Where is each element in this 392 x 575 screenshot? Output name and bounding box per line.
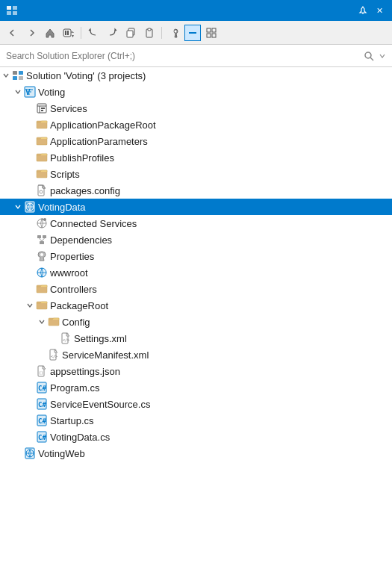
- tree-item-appsettings[interactable]: {} appsettings.json: [0, 363, 392, 379]
- globe-icon-wwwroot: [36, 267, 48, 279]
- folder-icon-config: [48, 316, 60, 328]
- search-input[interactable]: [6, 51, 359, 61]
- svg-text:C#: C#: [38, 401, 46, 408]
- redo-button[interactable]: [104, 25, 120, 41]
- properties-button[interactable]: [166, 25, 182, 41]
- tree-item-apppkgroot[interactable]: ApplicationPackageRoot: [0, 116, 392, 133]
- home-button[interactable]: [42, 25, 58, 41]
- dash-icon: [187, 28, 198, 38]
- svg-text:C#: C#: [38, 385, 46, 392]
- svg-line-56: [40, 238, 43, 241]
- expand-btn-solution[interactable]: [0, 69, 12, 81]
- tree-item-config[interactable]: Config: [0, 314, 392, 330]
- cs-icon-serviceevent: C#: [36, 398, 48, 410]
- tree-item-label-serviceevent: ServiceEventSource.cs: [50, 399, 150, 410]
- tree-item-voting[interactable]: V Voting: [0, 84, 392, 100]
- tree-item-pkgconfig[interactable]: packages.config: [0, 182, 392, 199]
- cs-icon-votingdatacs: C#: [36, 431, 48, 443]
- tree-item-properties[interactable]: Properties: [0, 248, 392, 264]
- tree-item-services[interactable]: Services: [0, 100, 392, 116]
- tree-item-servicemanifest[interactable]: </> ServiceManifest.xml: [0, 346, 392, 363]
- services-icon-services: [36, 102, 48, 114]
- tree-item-wwwroot[interactable]: wwwroot: [0, 264, 392, 281]
- tree-item-label-scripts: Scripts: [50, 169, 80, 180]
- svg-text:C#: C#: [38, 417, 46, 425]
- diagram-icon: [206, 28, 217, 38]
- svg-rect-9: [127, 31, 133, 37]
- tree-item-votingweb[interactable]: VotingWeb: [0, 445, 392, 461]
- solution-explorer-window: ✕ ▼: [0, 0, 392, 575]
- tree-item-label-votingweb: VotingWeb: [38, 448, 85, 459]
- solution-icon-solution: [12, 69, 24, 81]
- cs-icon-program: C#: [36, 382, 48, 394]
- tree-item-serviceevent[interactable]: C# ServiceEventSource.cs: [0, 396, 392, 412]
- tree-container: Solution 'Voting' (3 projects) V Voting …: [0, 67, 392, 575]
- title-bar-left: [6, 4, 22, 16]
- tree-item-label-controllers: Controllers: [50, 284, 97, 295]
- close-button[interactable]: ✕: [373, 4, 386, 17]
- pin-button[interactable]: [356, 4, 370, 17]
- expand-btn-packageroot[interactable]: [24, 299, 36, 311]
- svg-text:▼: ▼: [71, 34, 75, 38]
- svg-rect-16: [207, 34, 211, 37]
- svg-rect-22: [13, 76, 17, 80]
- expand-btn-votingdata[interactable]: [12, 201, 24, 213]
- svg-point-18: [365, 52, 371, 58]
- separator-1: [81, 27, 81, 39]
- forward-button[interactable]: [23, 25, 40, 41]
- tree-item-label-connectedservices: Connected Services: [50, 218, 137, 229]
- xml-icon-servicemanifest: </>: [48, 349, 60, 361]
- title-bar: ✕: [0, 0, 392, 21]
- back-button[interactable]: [4, 25, 21, 41]
- paste-button[interactable]: [141, 25, 158, 41]
- svg-rect-15: [212, 28, 216, 32]
- tree-item-connectedservices[interactable]: Connected Services: [0, 215, 392, 231]
- tree-item-label-votingdatacs: VotingData.cs: [50, 432, 110, 443]
- svg-text:</>: </>: [51, 354, 57, 358]
- folder-icon-apppkgroot: [36, 119, 48, 131]
- project-icon-voting: V: [24, 86, 36, 98]
- tree-item-startup[interactable]: C# Startup.cs: [0, 412, 392, 429]
- tree-item-settings[interactable]: </> Settings.xml: [0, 330, 392, 346]
- diagram-button[interactable]: [203, 25, 220, 41]
- tree-item-label-appparams: ApplicationParameters: [50, 136, 148, 147]
- tree-item-appparams[interactable]: ApplicationParameters: [0, 133, 392, 149]
- svg-text:{}: {}: [39, 370, 43, 375]
- refresh-dropdown-button[interactable]: ▼: [60, 25, 77, 41]
- tree-item-controllers[interactable]: Controllers: [0, 281, 392, 297]
- cs-icon-startup: C#: [36, 414, 48, 426]
- search-dropdown-icon: [379, 52, 386, 60]
- svg-line-19: [370, 58, 373, 60]
- tree-item-label-solution: Solution 'Voting' (3 projects): [26, 70, 146, 81]
- svg-rect-14: [207, 28, 211, 32]
- svg-rect-1: [13, 6, 17, 10]
- expand-btn-voting[interactable]: [12, 86, 24, 98]
- votingdata-icon-votingweb: [24, 447, 36, 459]
- tree-item-label-voting: Voting: [38, 87, 65, 98]
- tree-item-publishprofiles[interactable]: PublishProfiles: [0, 149, 392, 166]
- tree-item-label-publishprofiles: PublishProfiles: [50, 152, 114, 164]
- home-icon: [45, 28, 55, 38]
- solution-explorer-icon: [6, 4, 18, 16]
- deps-icon-dependencies: [36, 234, 48, 246]
- tree-item-votingdata[interactable]: VotingData: [0, 199, 392, 215]
- svg-line-57: [42, 238, 45, 241]
- tree-item-label-services: Services: [50, 103, 87, 114]
- dash-button[interactable]: [184, 25, 201, 41]
- tree-item-packageroot[interactable]: PackageRoot: [0, 297, 392, 314]
- svg-rect-53: [37, 235, 41, 238]
- undo-button[interactable]: [85, 25, 102, 41]
- svg-rect-17: [212, 34, 216, 37]
- back-icon: [7, 28, 18, 38]
- expand-btn-config[interactable]: [36, 316, 48, 328]
- svg-rect-13: [189, 32, 196, 34]
- tree-item-label-appsettings: appsettings.json: [50, 366, 120, 377]
- tree-item-program[interactable]: C# Program.cs: [0, 379, 392, 396]
- tree-item-solution[interactable]: Solution 'Voting' (3 projects): [0, 67, 392, 84]
- tree-item-dependencies[interactable]: Dependencies: [0, 231, 392, 248]
- svg-rect-20: [13, 71, 17, 75]
- tree-item-scripts[interactable]: Scripts: [0, 166, 392, 182]
- folder-icon-appparams: [36, 135, 48, 147]
- tree-item-votingdatacs[interactable]: C# VotingData.cs: [0, 429, 392, 445]
- copy-button[interactable]: [122, 25, 139, 41]
